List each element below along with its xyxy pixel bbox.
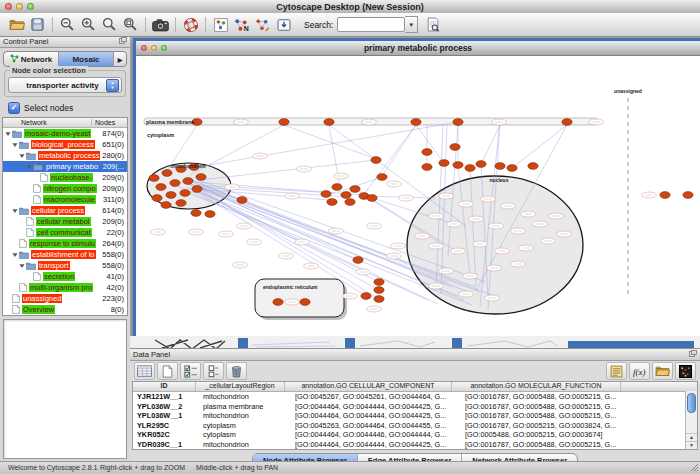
network-node[interactable] xyxy=(422,164,432,171)
tree-row-cell-communicat[interactable]: cell communicat22(0) xyxy=(3,227,127,238)
network-node[interactable] xyxy=(371,157,381,164)
attribute-notes-icon[interactable] xyxy=(606,362,627,380)
tree-row-cellular-process[interactable]: cellular process614(0) xyxy=(3,205,127,216)
network-node[interactable] xyxy=(350,186,360,193)
network-node[interactable] xyxy=(161,202,171,209)
network-node[interactable] xyxy=(528,163,538,170)
zoom-selected-icon[interactable] xyxy=(120,15,141,34)
tree-row-cellular-metabol[interactable]: cellular metabol209(0) xyxy=(3,216,127,227)
table-row-YDR039C__1[interactable]: YDR039C__1mitochondrion[GO:0044464, GO:0… xyxy=(133,440,697,450)
network-node[interactable] xyxy=(361,293,371,300)
expander-icon[interactable] xyxy=(12,208,19,214)
edit-network-icon[interactable] xyxy=(252,15,273,34)
tree-row-multi-organism-pro[interactable]: multi-organism pro42(0) xyxy=(3,282,127,293)
network-zoom-button[interactable] xyxy=(161,45,167,51)
tree-row-response-to-stimulu[interactable]: response to stimulu264(0) xyxy=(3,238,127,249)
network-node[interactable] xyxy=(156,184,166,191)
network-node[interactable] xyxy=(507,165,517,172)
tree-column-nodes[interactable]: Nodes xyxy=(92,119,127,126)
tree-row-nitrogen-compo[interactable]: nitrogen compo209(0) xyxy=(3,183,127,194)
minimize-button[interactable] xyxy=(16,3,23,10)
zoom-button[interactable] xyxy=(27,3,34,10)
delete-attribute-icon[interactable] xyxy=(226,362,247,380)
network-node[interactable] xyxy=(341,192,351,199)
tab-network[interactable]: Network xyxy=(4,52,59,66)
network-node[interactable] xyxy=(353,257,363,264)
open-folder-icon[interactable] xyxy=(6,15,27,34)
table-scrollbar[interactable]: ▲ ▼ xyxy=(685,391,697,449)
network-node[interactable] xyxy=(411,119,421,126)
import-network-icon[interactable] xyxy=(273,15,294,34)
expander-icon[interactable] xyxy=(12,252,19,258)
deselect-attributes-icon[interactable] xyxy=(203,362,224,380)
network-node[interactable] xyxy=(237,197,247,204)
table-row-YKR052C[interactable]: YKR052Ccytoplasm[GO:0044464, GO:0044446,… xyxy=(133,430,697,440)
search-input[interactable] xyxy=(337,17,405,32)
tab-mosaic[interactable]: Mosaic xyxy=(59,52,114,66)
network-node[interactable] xyxy=(562,119,572,126)
tree-row-transport[interactable]: transport558(0) xyxy=(3,260,127,271)
float-window-icon[interactable] xyxy=(119,37,127,46)
tree-row-mosaic-demo-yeast[interactable]: mosaic-demo-yeast874(0) xyxy=(3,128,127,139)
network-node[interactable] xyxy=(205,211,215,218)
tree-row-metabolic-process[interactable]: metabolic process280(0) xyxy=(3,150,127,161)
float-window-icon[interactable] xyxy=(689,350,697,359)
table-row-YPL036W__2[interactable]: YPL036W__2plasma membrane[GO:0044464, GO… xyxy=(133,402,697,412)
network-node[interactable] xyxy=(273,299,283,306)
network-node[interactable] xyxy=(152,195,162,202)
network-node[interactable] xyxy=(374,279,384,286)
tree-row-unassigned[interactable]: unassigned223(0) xyxy=(3,293,127,304)
create-attribute-icon[interactable] xyxy=(157,362,178,380)
network-node[interactable] xyxy=(300,299,310,306)
birdseye-view[interactable] xyxy=(3,319,127,459)
import-attributes-icon[interactable] xyxy=(652,362,673,380)
network-view-window[interactable]: primary metabolic process plasma membran… xyxy=(133,38,700,342)
network-node[interactable] xyxy=(162,170,172,177)
network-node[interactable] xyxy=(191,210,201,217)
network-window-titlebar[interactable]: primary metabolic process xyxy=(136,41,700,56)
expander-icon[interactable] xyxy=(19,263,26,269)
network-node[interactable] xyxy=(180,190,190,197)
network-node[interactable] xyxy=(327,199,337,206)
network-node[interactable] xyxy=(450,144,460,151)
network-node[interactable] xyxy=(453,162,463,169)
vizmapper-icon[interactable]: N xyxy=(231,15,252,34)
network-minimize-button[interactable] xyxy=(151,45,157,51)
zoom-in-icon[interactable] xyxy=(78,15,99,34)
select-nodes-checkbox[interactable]: ✓ xyxy=(8,102,20,114)
network-node[interactable] xyxy=(476,161,486,168)
network-node[interactable] xyxy=(660,192,670,199)
table-row-YPL036W__1[interactable]: YPL036W__1mitochondrion[GO:0044464, GO:0… xyxy=(133,411,697,421)
table-row-YJR121W__1[interactable]: YJR121W__1mitochondrion[GO:0045267, GO:0… xyxy=(133,392,697,402)
node-color-dropdown[interactable]: transporter activity ▲▼ xyxy=(8,77,122,93)
network-node[interactable] xyxy=(176,200,186,207)
network-node[interactable] xyxy=(324,119,334,126)
expander-icon[interactable] xyxy=(12,142,19,148)
tree-column-network[interactable]: Network xyxy=(3,119,92,126)
network-overview-icon[interactable] xyxy=(210,15,231,34)
select-attributes-icon[interactable] xyxy=(180,362,201,380)
network-node[interactable] xyxy=(495,163,505,170)
network-node[interactable] xyxy=(183,178,193,185)
network-node[interactable] xyxy=(149,175,159,182)
network-node[interactable] xyxy=(367,195,377,202)
tree-row-establishment-of-lo[interactable]: establishment of lo558(0) xyxy=(3,249,127,260)
network-node[interactable] xyxy=(439,160,449,167)
expander-icon[interactable] xyxy=(19,153,26,159)
tree-row-primary-metabo[interactable]: primary metabo209(... xyxy=(3,161,127,172)
network-canvas[interactable]: plasma membrane cytoplasm mitochondrion … xyxy=(136,56,700,333)
network-node[interactable] xyxy=(374,296,384,303)
tree-row-overview[interactable]: Overview8(0) xyxy=(3,304,127,315)
search-dropdown-button[interactable]: ▼ xyxy=(405,16,418,33)
network-node[interactable] xyxy=(196,174,206,181)
network-node[interactable] xyxy=(170,180,180,187)
network-node[interactable] xyxy=(345,199,355,206)
formula-builder-icon[interactable]: f(x) xyxy=(629,362,650,380)
tree-row-secretion[interactable]: secretion41(0) xyxy=(3,271,127,282)
attribute-table-icon[interactable] xyxy=(134,362,155,380)
network-node[interactable] xyxy=(374,287,384,294)
network-node[interactable] xyxy=(377,174,387,181)
column-header-2[interactable]: annotation.GO CELLULAR_COMPONENT xyxy=(285,382,452,391)
network-node[interactable] xyxy=(192,186,202,193)
network-node[interactable] xyxy=(279,119,289,126)
